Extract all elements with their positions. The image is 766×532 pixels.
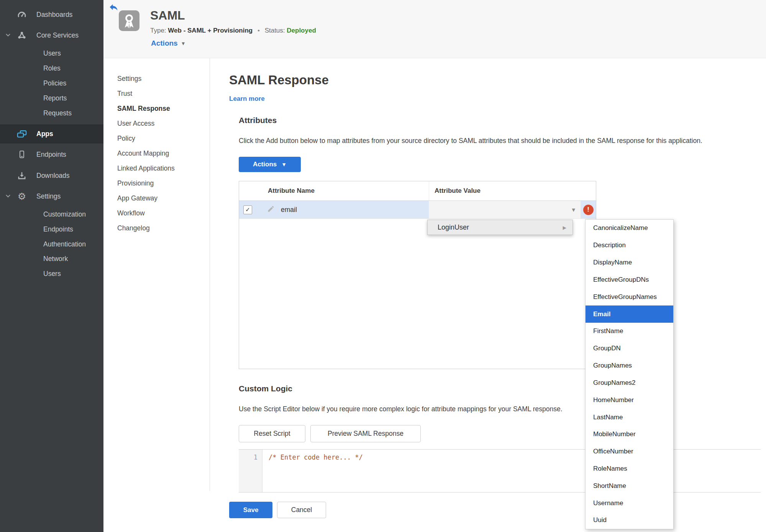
attributes-heading: Attributes	[239, 116, 277, 125]
sidebar-item-requests[interactable]: Requests	[0, 105, 103, 121]
page-title: SAML Response	[229, 73, 329, 87]
sidebar-item-roles[interactable]: Roles	[0, 61, 103, 76]
submenu-item-displayname[interactable]: DisplayName	[586, 254, 673, 271]
subnav-item-provisioning[interactable]: Provisioning	[117, 177, 198, 189]
table-row: ✓ email ▾ !	[239, 201, 596, 219]
subnav-item-workflow[interactable]: Workflow	[117, 207, 198, 219]
sidebar-item-customization[interactable]: Customization	[0, 207, 103, 222]
header-actions-menu[interactable]: Actions ▼	[151, 39, 186, 48]
editor-gutter: 1	[239, 450, 262, 492]
sidebar-item-reports[interactable]: Reports	[0, 90, 103, 106]
caret-down-icon: ▼	[181, 41, 186, 46]
subnav-item-policy[interactable]: Policy	[117, 133, 198, 144]
sidebar-item-endpoints[interactable]: Endpoints	[0, 147, 103, 162]
submenu-item-uuid[interactable]: Uuid	[586, 512, 673, 529]
sidebar-item-network[interactable]: Network	[0, 251, 103, 266]
apps-icon	[16, 129, 28, 140]
submenu-item-groupnames2[interactable]: GroupNames2	[586, 374, 673, 391]
submenu-item-officenumber[interactable]: OfficeNumber	[586, 443, 673, 460]
custom-logic-description: Use the Script Editor below if you requi…	[239, 405, 563, 413]
caret-down-icon: ▼	[281, 162, 287, 167]
sidebar-item-settings-users[interactable]: Users	[0, 266, 103, 281]
sidebar-item-users[interactable]: Users	[0, 46, 103, 61]
dashboard-gauge-icon	[16, 10, 28, 20]
app-meta-line: Type: Web - SAML + Provisioning • Status…	[150, 27, 316, 34]
preview-saml-response-button[interactable]: Preview SAML Response	[310, 425, 421, 442]
learn-more-link[interactable]: Learn more	[229, 95, 265, 103]
attribute-name-cell: email	[256, 201, 429, 218]
attributes-actions-button[interactable]: Actions ▼	[239, 157, 301, 172]
core-services-icon	[16, 30, 28, 40]
script-editor[interactable]: 1 /* Enter code here... */	[239, 449, 761, 493]
attribute-value-dropdown-field[interactable]: ▾	[429, 201, 581, 218]
loginuser-attributes-submenu: CanonicalizeName Description DisplayName…	[585, 219, 674, 529]
edit-pencil-icon[interactable]	[267, 205, 275, 214]
attribute-name-value: email	[281, 206, 297, 214]
chevron-down-icon	[5, 32, 11, 39]
submenu-item-shortname[interactable]: ShortName	[586, 477, 673, 494]
table-header-row: Attribute Name Attribute Value	[239, 181, 596, 201]
save-button[interactable]: Save	[229, 502, 272, 518]
reset-script-button[interactable]: Reset Script	[239, 425, 305, 442]
attribute-value-column-header: Attribute Value	[429, 181, 596, 200]
chevron-down-icon	[5, 193, 11, 200]
sidebar-item-settings-endpoints[interactable]: Endpoints	[0, 222, 103, 237]
submenu-arrow-right-icon: ▸	[563, 223, 566, 232]
error-cell: !	[581, 201, 596, 218]
sidebar-item-settings[interactable]: ⚙ Settings	[0, 189, 103, 204]
subnav-item-trust[interactable]: Trust	[117, 88, 198, 99]
status-badge: Deployed	[287, 27, 316, 34]
submenu-item-email-selected[interactable]: Email	[586, 305, 673, 323]
sidebar-item-core-services[interactable]: Core Services	[0, 28, 103, 43]
subnav-item-user-access[interactable]: User Access	[117, 118, 198, 129]
status-label: Status:	[265, 27, 285, 34]
row-select-cell: ✓	[239, 201, 256, 218]
submenu-item-rolenames[interactable]: RoleNames	[586, 460, 673, 478]
subnav-item-settings[interactable]: Settings	[117, 73, 198, 84]
subnav-item-linked-applications[interactable]: Linked Applications	[117, 163, 198, 174]
subnav-item-saml-response[interactable]: SAML Response	[117, 103, 198, 114]
row-checkbox[interactable]: ✓	[243, 205, 252, 214]
attribute-name-column-header: Attribute Name	[256, 187, 429, 195]
sidebar-item-policies[interactable]: Policies	[0, 76, 103, 91]
custom-logic-heading: Custom Logic	[239, 384, 292, 393]
cancel-button[interactable]: Cancel	[277, 502, 326, 518]
submenu-item-homenumber[interactable]: HomeNumber	[586, 391, 673, 409]
content-divider	[210, 58, 210, 491]
sidebar-item-apps[interactable]: Apps	[0, 125, 103, 143]
submenu-item-mobilenumber[interactable]: MobileNumber	[586, 426, 673, 443]
primary-sidebar: Dashboards Core Services Users Roles Pol…	[0, 0, 103, 532]
submenu-item-effectivegroupdns[interactable]: EffectiveGroupDNs	[586, 271, 673, 288]
editor-code-text[interactable]: /* Enter code here... */	[269, 453, 363, 461]
submenu-item-firstname[interactable]: FirstName	[586, 323, 673, 340]
back-arrow-icon[interactable]	[108, 2, 118, 12]
subnav-item-account-mapping[interactable]: Account Mapping	[117, 148, 198, 159]
sidebar-item-authentication[interactable]: Authentication	[0, 236, 103, 252]
line-number: 1	[254, 453, 258, 461]
app-ribbon-badge-icon	[119, 10, 139, 31]
meta-separator: •	[258, 27, 260, 34]
submenu-item-effectivegroupnames[interactable]: EffectiveGroupNames	[586, 288, 673, 305]
type-label: Type:	[150, 27, 166, 34]
submenu-item-groupnames[interactable]: GroupNames	[586, 357, 673, 374]
subnav-item-app-gateway[interactable]: App Gateway	[117, 192, 198, 204]
subnav-item-changelog[interactable]: Changelog	[117, 222, 198, 234]
attributes-table: Attribute Name Attribute Value ✓ email ▾…	[239, 181, 596, 369]
submenu-item-groupdn[interactable]: GroupDN	[586, 340, 673, 357]
submenu-item-username[interactable]: Username	[586, 494, 673, 512]
error-badge-icon: !	[583, 205, 594, 215]
app-title: SAML	[150, 8, 185, 23]
type-value: Web - SAML + Provisioning	[168, 27, 253, 34]
sidebar-item-downloads[interactable]: Downloads	[0, 168, 103, 183]
endpoint-device-icon	[16, 150, 28, 159]
sidebar-item-dashboards[interactable]: Dashboards	[0, 7, 103, 22]
submenu-item-lastname[interactable]: LastName	[586, 409, 673, 426]
gear-icon: ⚙	[16, 192, 28, 201]
submenu-item-canonicalizename[interactable]: CanonicalizeName	[586, 220, 673, 237]
attributes-description: Click the Add button below to map attrib…	[239, 137, 702, 145]
value-dropdown-menu-loginuser[interactable]: LoginUser ▸	[427, 220, 573, 235]
download-icon	[16, 171, 28, 181]
submenu-item-description[interactable]: Description	[586, 237, 673, 254]
caret-down-icon: ▾	[572, 206, 575, 214]
